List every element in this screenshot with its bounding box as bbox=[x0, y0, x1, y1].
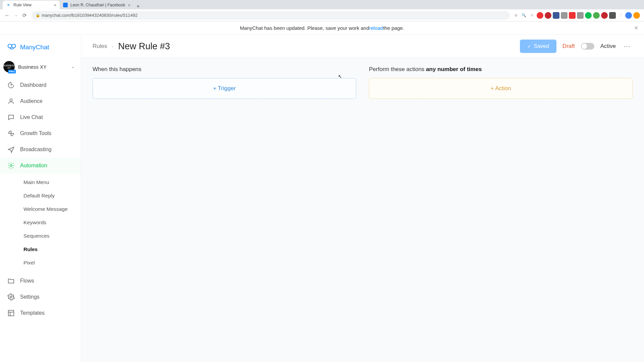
dashboard-icon bbox=[7, 81, 15, 89]
subnav-welcome-message[interactable]: Welcome Message bbox=[0, 202, 81, 216]
ext-icon[interactable] bbox=[601, 12, 608, 19]
ext-icon[interactable] bbox=[553, 12, 559, 19]
ext-icon[interactable] bbox=[585, 12, 592, 19]
sidebar-item-settings[interactable]: Settings bbox=[0, 289, 81, 305]
action-header: Perform these actions any number of time… bbox=[369, 66, 633, 73]
ext-icon[interactable] bbox=[545, 12, 551, 19]
facebook-favicon bbox=[63, 3, 68, 7]
nav-label: Audience bbox=[20, 98, 43, 104]
subnav-main-menu[interactable]: Main Menu bbox=[0, 176, 81, 189]
sidebar-item-flows[interactable]: Flows bbox=[0, 273, 81, 289]
send-icon bbox=[7, 146, 15, 153]
trigger-header: When this happens bbox=[93, 66, 356, 73]
growth-icon bbox=[7, 130, 15, 137]
avatar-icon[interactable] bbox=[625, 12, 632, 19]
subnav-sequences[interactable]: Sequences bbox=[0, 229, 81, 243]
forward-icon: → bbox=[12, 12, 19, 19]
new-tab-button[interactable]: + bbox=[134, 3, 143, 9]
svg-point-4 bbox=[10, 296, 12, 298]
star-icon[interactable]: ☆ bbox=[529, 12, 535, 19]
subnav-default-reply[interactable]: Default Reply bbox=[0, 189, 81, 202]
zoom-icon[interactable]: 🔍 bbox=[521, 12, 527, 19]
update-notification: ManyChat has been updated. Please, save … bbox=[0, 21, 644, 35]
action-column: Perform these actions any number of time… bbox=[369, 66, 633, 99]
svg-point-3 bbox=[10, 165, 12, 167]
sidebar-item-growth[interactable]: Growth Tools bbox=[0, 125, 81, 141]
main-nav: Dashboard Audience Live Chat Growth Tool… bbox=[0, 77, 81, 362]
ext-icon[interactable] bbox=[569, 12, 576, 19]
page-title[interactable]: New Rule #3 bbox=[118, 41, 170, 52]
subnav-pixel[interactable]: Pixel bbox=[0, 256, 81, 269]
reload-icon[interactable]: ⟳ bbox=[21, 12, 28, 19]
subnav-rules[interactable]: Rules bbox=[0, 243, 81, 256]
trigger-column: When this happens + Trigger bbox=[93, 66, 356, 99]
tab-title: Rule View bbox=[13, 3, 32, 7]
browser-tab-active[interactable]: Rule View × bbox=[3, 1, 60, 9]
nav-label: Dashboard bbox=[20, 82, 46, 88]
pro-badge: PRO bbox=[8, 70, 16, 73]
notification-text: ManyChat has been updated. Please, save … bbox=[240, 25, 369, 31]
gear-icon bbox=[7, 293, 15, 301]
business-selector[interactable]: BUSINESS XY PRO Business XY ⌄ bbox=[0, 58, 81, 77]
svg-point-2 bbox=[10, 99, 12, 101]
user-icon bbox=[7, 98, 15, 105]
sidebar-item-livechat[interactable]: Live Chat bbox=[0, 109, 81, 125]
saved-label: Saved bbox=[534, 43, 549, 49]
sidebar-item-audience[interactable]: Audience bbox=[0, 93, 81, 109]
svg-point-1 bbox=[12, 44, 15, 48]
back-icon[interactable]: ← bbox=[3, 12, 11, 19]
kebab-icon[interactable]: ⋮ bbox=[622, 43, 633, 50]
nav-label: Flows bbox=[20, 278, 34, 284]
add-action-button[interactable]: + Action bbox=[369, 78, 633, 99]
ext-icon[interactable] bbox=[577, 12, 584, 19]
ext-icon[interactable] bbox=[609, 12, 616, 19]
nav-label: Growth Tools bbox=[20, 130, 51, 136]
business-name: Business XY bbox=[18, 64, 47, 70]
lock-icon: 🔒 bbox=[36, 13, 40, 17]
url-input[interactable]: 🔒 manychat.com/fb181039443240830/rules/5… bbox=[32, 11, 510, 20]
nav-label: Settings bbox=[20, 294, 40, 300]
breadcrumb[interactable]: Rules bbox=[93, 43, 107, 50]
url-text: manychat.com/fb181039443240830/rules/511… bbox=[42, 13, 138, 18]
automation-icon bbox=[7, 162, 15, 169]
manychat-logo-icon bbox=[7, 42, 17, 52]
folder-icon bbox=[7, 277, 15, 285]
notification-text: the page. bbox=[383, 25, 404, 31]
add-trigger-button[interactable]: + Trigger bbox=[93, 78, 356, 99]
extension-icons: ⦸ 🔍 ☆ ⋮ bbox=[513, 12, 641, 19]
translate-icon[interactable]: ⦸ bbox=[513, 12, 519, 19]
automation-subnav: Main Menu Default Reply Welcome Message … bbox=[0, 174, 81, 273]
browser-tab-strip: Rule View × Leon R. Chaudhari | Facebook… bbox=[0, 0, 644, 9]
nav-label: Live Chat bbox=[20, 114, 43, 120]
close-icon[interactable]: × bbox=[634, 24, 638, 32]
sidebar-item-dashboard[interactable]: Dashboard bbox=[0, 77, 81, 93]
ext-icon[interactable]: ⋮ bbox=[617, 12, 624, 19]
reload-link[interactable]: reload bbox=[369, 25, 383, 31]
subnav-keywords[interactable]: Keywords bbox=[0, 216, 81, 229]
sidebar: ManyChat BUSINESS XY PRO Business XY ⌄ D… bbox=[0, 35, 81, 362]
manychat-favicon bbox=[6, 3, 11, 7]
close-icon[interactable]: × bbox=[125, 3, 130, 8]
nav-label: Broadcasting bbox=[20, 146, 51, 153]
saved-button[interactable]: ✓ Saved bbox=[520, 40, 556, 53]
ext-icon[interactable] bbox=[561, 12, 568, 19]
draft-active-toggle[interactable] bbox=[581, 43, 594, 50]
browser-tab-inactive[interactable]: Leon R. Chaudhari | Facebook × bbox=[60, 1, 134, 9]
nav-label: Templates bbox=[20, 310, 45, 316]
active-label: Active bbox=[600, 43, 616, 50]
close-icon[interactable]: × bbox=[51, 3, 56, 8]
ext-icon[interactable] bbox=[593, 12, 600, 19]
main-content: Rules › New Rule #3 ✓ Saved Draft Active… bbox=[81, 35, 644, 362]
action-header-pre: Perform these actions bbox=[369, 66, 426, 72]
logo-text: ManyChat bbox=[20, 44, 49, 51]
action-header-emph: any number of times bbox=[426, 66, 482, 72]
ext-icon[interactable] bbox=[633, 12, 640, 19]
ext-icon[interactable] bbox=[537, 12, 543, 19]
page-header: Rules › New Rule #3 ✓ Saved Draft Active… bbox=[81, 35, 644, 58]
sidebar-item-automation[interactable]: Automation bbox=[0, 158, 81, 174]
template-icon bbox=[7, 309, 15, 317]
sidebar-item-templates[interactable]: Templates bbox=[0, 305, 81, 321]
logo[interactable]: ManyChat bbox=[0, 39, 81, 58]
browser-address-bar: ← → ⟳ 🔒 manychat.com/fb181039443240830/r… bbox=[0, 9, 644, 21]
sidebar-item-broadcasting[interactable]: Broadcasting bbox=[0, 141, 81, 158]
